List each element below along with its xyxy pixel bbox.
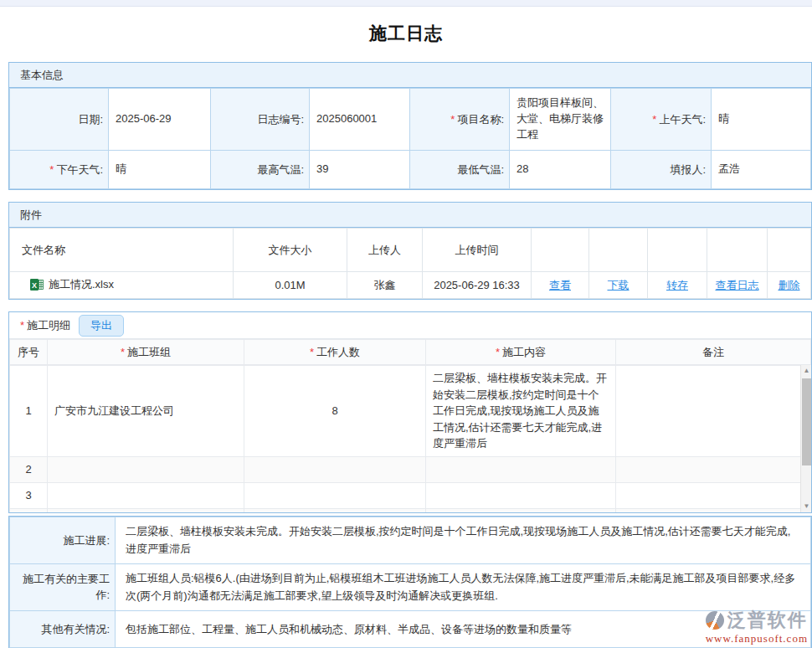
field-date-value: 2025-06-29 bbox=[109, 89, 211, 151]
detail-row-team: 广安市九江建设工程公司 bbox=[48, 366, 244, 457]
detail-body-table: 1 广安市九江建设工程公司 8 二层梁板、墙柱模板安装未完成。开始安装二层模板,… bbox=[9, 365, 802, 512]
required-marker: * bbox=[450, 113, 455, 126]
detail-row-workers: 8 bbox=[244, 366, 426, 457]
table-row: 施工有关的主要工作: 施工班组人员:铝模6人.(由进场到目前为止,铝模班组木工班… bbox=[10, 563, 811, 610]
attachments-col-upload-time: 上传时间 bbox=[423, 229, 532, 272]
field-afternoon-weather-label: *下午天气: bbox=[10, 151, 109, 189]
field-log-number-label: 日志编号: bbox=[211, 89, 310, 151]
required-marker: * bbox=[49, 163, 54, 176]
detail-header-table: 序号 *施工班组 *工作人数 *施工内容 备注 bbox=[9, 339, 811, 365]
other-info-value: 包括施工部位、工程量、施工人员和机械动态、原材料、半成品、设备等进场的数量和质量… bbox=[116, 610, 811, 647]
attachments-col-empty bbox=[648, 229, 707, 272]
scrollbar-up-icon[interactable]: ▲ bbox=[801, 365, 811, 377]
attachments-col-file-size: 文件大小 bbox=[234, 229, 347, 272]
attachment-upload-time: 2025-06-29 16:33 bbox=[423, 272, 532, 299]
table-row: 3 bbox=[10, 482, 802, 508]
top-strip bbox=[0, 0, 812, 7]
required-marker: * bbox=[121, 346, 125, 358]
attachments-section-title: 附件 bbox=[9, 203, 811, 228]
transfer-link[interactable]: 转存 bbox=[666, 279, 688, 291]
attachment-uploader: 张鑫 bbox=[347, 272, 423, 299]
attachment-file-name-cell: X 施工情况.xlsx bbox=[10, 272, 234, 299]
svg-text:X: X bbox=[32, 281, 37, 290]
detail-row-no: 3 bbox=[10, 482, 48, 508]
detail-col-remark: 备注 bbox=[616, 340, 811, 365]
field-min-temp-label: 最低气温: bbox=[410, 151, 510, 189]
attachment-file-name: 施工情况.xlsx bbox=[49, 277, 114, 292]
detail-row-workers bbox=[244, 482, 426, 508]
table-row: 4 bbox=[10, 508, 802, 512]
basic-info-section-title: 基本信息 bbox=[9, 63, 811, 88]
field-reporter-value: 孟浩 bbox=[712, 151, 811, 189]
field-afternoon-weather-value: 晴 bbox=[109, 151, 211, 189]
delete-link[interactable]: 删除 bbox=[779, 279, 800, 291]
detail-row-team bbox=[48, 508, 244, 512]
detail-col-no: 序号 bbox=[10, 340, 48, 365]
vertical-scrollbar[interactable]: ▲ ▼ bbox=[800, 365, 811, 512]
required-marker: * bbox=[20, 319, 24, 332]
required-marker: * bbox=[310, 346, 314, 358]
table-row: 施工进展: 二层梁板、墙柱模板安装未完成。开始安装二层模板,按约定时间是十个工作… bbox=[10, 517, 811, 564]
excel-icon: X bbox=[30, 278, 44, 291]
table-row: 1 广安市九江建设工程公司 8 二层梁板、墙柱模板安装未完成。开始安装二层模板,… bbox=[10, 366, 802, 457]
attachments-section: 附件 文件名称 文件大小 上传人 上传时间 bbox=[8, 202, 812, 300]
scrollbar-down-icon[interactable]: ▼ bbox=[801, 501, 811, 512]
field-project-name-value: 贵阳项目样板间、大堂、电梯厅装修工程 bbox=[510, 89, 611, 151]
progress-label: 施工进展: bbox=[10, 517, 116, 564]
table-row: 2 bbox=[10, 456, 802, 482]
view-link[interactable]: 查看 bbox=[549, 279, 571, 291]
basic-info-table: 日期: 2025-06-29 日志编号: 2025060001 *项目名称: 贵… bbox=[9, 88, 811, 189]
field-date-label: 日期: bbox=[10, 89, 109, 151]
other-info-label: 其他有关情况: bbox=[10, 610, 116, 647]
construction-log-page: 施工日志 基本信息 日期: 2025-06-29 日志编号: 202506000… bbox=[0, 0, 812, 648]
field-project-name-label: *项目名称: bbox=[410, 89, 510, 151]
detail-row-content bbox=[426, 456, 616, 482]
attachments-col-empty bbox=[768, 229, 811, 272]
main-work-label: 施工有关的主要工作: bbox=[10, 563, 116, 610]
detail-row-remark bbox=[616, 482, 802, 508]
attachments-col-empty bbox=[707, 229, 768, 272]
detail-row-workers bbox=[244, 456, 426, 482]
detail-col-workers: *工作人数 bbox=[244, 340, 426, 365]
detail-row-workers bbox=[244, 508, 426, 512]
detail-section-header: *施工明细 导出 bbox=[9, 312, 811, 339]
detail-row-remark bbox=[616, 456, 802, 482]
scrollbar-thumb[interactable] bbox=[802, 378, 811, 465]
detail-row-no: 1 bbox=[10, 366, 48, 457]
field-reporter-label: 填报人: bbox=[611, 151, 712, 189]
required-marker: * bbox=[652, 113, 656, 126]
detail-col-content: *施工内容 bbox=[426, 340, 616, 365]
attachment-row: X 施工情况.xlsx 0.01M 张鑫 2025-06-29 16:33 查看… bbox=[10, 272, 811, 299]
required-marker: * bbox=[496, 346, 500, 358]
progress-value: 二层梁板、墙柱模板安装未完成。开始安装二层模板,按约定时间是十个工作日完成,现按… bbox=[116, 517, 811, 564]
attachment-file-size: 0.01M bbox=[234, 272, 347, 299]
detail-row-content: 二层梁板、墙柱模板安装未完成。开始安装二层模板,按约定时间是十个工作日完成,现按… bbox=[426, 366, 616, 457]
detail-table-body: 1 广安市九江建设工程公司 8 二层梁板、墙柱模板安装未完成。开始安装二层模板,… bbox=[9, 365, 811, 512]
field-morning-weather-value: 晴 bbox=[712, 89, 811, 151]
attachments-col-file-name: 文件名称 bbox=[10, 229, 234, 272]
field-morning-weather-label: *上午天气: bbox=[611, 89, 712, 151]
summary-table: 施工进展: 二层梁板、墙柱模板安装未完成。开始安装二层模板,按约定时间是十个工作… bbox=[9, 517, 811, 648]
download-link[interactable]: 下载 bbox=[608, 279, 630, 291]
field-max-temp-label: 最高气温: bbox=[211, 151, 310, 189]
detail-row-remark bbox=[616, 508, 802, 512]
summary-section: 施工进展: 二层梁板、墙柱模板安装未完成。开始安装二层模板,按约定时间是十个工作… bbox=[8, 516, 812, 648]
view-log-link[interactable]: 查看日志 bbox=[716, 279, 759, 291]
table-row: 其他有关情况: 包括施工部位、工程量、施工人员和机械动态、原材料、半成品、设备等… bbox=[10, 610, 811, 647]
detail-row-team bbox=[48, 482, 244, 508]
detail-row-remark bbox=[616, 366, 802, 457]
field-max-temp-value: 39 bbox=[310, 151, 410, 189]
attachments-col-empty bbox=[532, 229, 589, 272]
detail-row-team bbox=[48, 456, 244, 482]
attachments-col-uploader: 上传人 bbox=[347, 229, 423, 272]
attachments-col-empty bbox=[589, 229, 648, 272]
export-button[interactable]: 导出 bbox=[79, 315, 124, 337]
basic-info-section: 基本信息 日期: 2025-06-29 日志编号: 2025060001 *项目… bbox=[8, 62, 812, 190]
detail-col-team: *施工班组 bbox=[48, 340, 244, 365]
attachments-table: 文件名称 文件大小 上传人 上传时间 X bbox=[9, 228, 811, 299]
detail-section: *施工明细 导出 序号 *施工班组 *工作人数 *施工内容 备注 1 bbox=[8, 311, 812, 513]
detail-row-no: 4 bbox=[10, 508, 48, 512]
detail-row-no: 2 bbox=[10, 456, 48, 482]
detail-section-title: *施工明细 bbox=[20, 318, 70, 333]
field-min-temp-value: 28 bbox=[510, 151, 611, 189]
